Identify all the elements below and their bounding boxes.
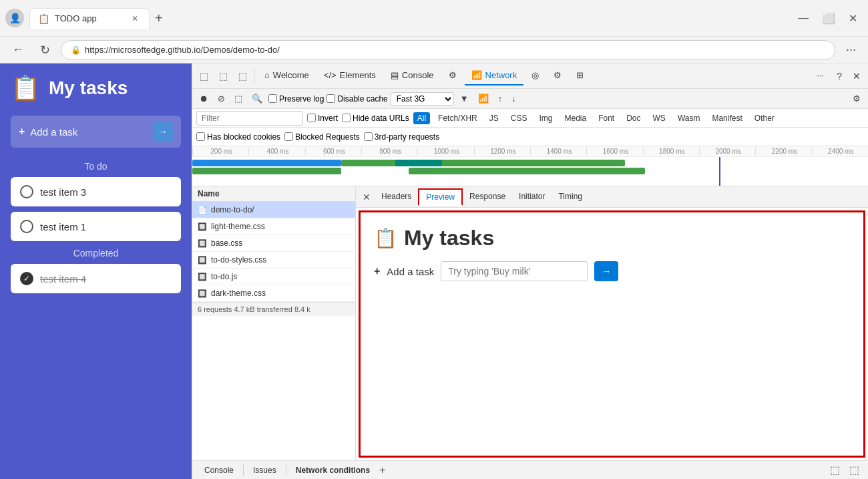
inspect-element-button[interactable]: ⬚ [195,68,213,84]
preview-task-input[interactable] [441,261,588,281]
add-task-arrow-button[interactable]: → [153,122,173,141]
invert-checkbox[interactable] [307,114,316,122]
dock-bottom-button[interactable]: ⬚ [827,462,843,478]
filter-type-doc[interactable]: Doc [622,112,644,124]
export-har-button[interactable]: ↓ [508,92,519,105]
filter-type-img[interactable]: Img [535,112,556,124]
network-settings-button[interactable]: ⚙ [849,92,864,105]
tab-welcome[interactable]: ⌂ Welcome [258,66,316,86]
blocked-requests-label[interactable]: Blocked Requests [284,132,360,142]
tab-network[interactable]: 📶 Network [465,66,524,86]
more-button[interactable]: ··· [841,40,861,59]
request-item-5[interactable]: 🔲 to-do.js [192,269,355,285]
network-sub-toolbar: ⏺ ⊘ ⬚ 🔍 Preserve log Disable cache Fast … [192,89,868,109]
filter-type-js[interactable]: JS [485,112,503,124]
request-item-1[interactable]: 📄 demo-to-do/ [192,202,355,218]
filter-type-wasm[interactable]: Wasm [674,112,704,124]
request-item-6[interactable]: 🔲 dark-theme.css [192,285,355,302]
url-box[interactable]: 🔒 https://microsoftedge.github.io/Demos/… [61,40,835,60]
tab-console[interactable]: ▤ Console [384,66,441,86]
filter-type-fetch-xhr[interactable]: Fetch/XHR [434,112,481,124]
blocked-cookies-label[interactable]: Has blocked cookies [196,132,280,142]
task-checkbox-2[interactable] [20,220,33,233]
preview-add-button[interactable]: → [594,261,618,281]
detail-tab-timing[interactable]: Timing [552,189,589,205]
todo-app-title: My tasks [49,77,128,99]
bottom-tab-console[interactable]: Console [198,464,240,477]
request-item-4[interactable]: 🔲 to-do-styles.css [192,252,355,269]
filter-input[interactable] [196,111,303,126]
status-right-controls: ⬚ ⬚ [827,462,863,478]
request-item-2[interactable]: 🔲 light-theme.css [192,218,355,235]
detail-tab-headers[interactable]: Headers [375,189,418,205]
devtools-extra-btn[interactable]: ⬚ [234,68,252,84]
timeline-bar-1 [192,160,341,166]
reload-button[interactable]: ↻ [35,40,55,60]
detail-tab-initiator[interactable]: Initiator [512,189,552,205]
devtools-close-button[interactable]: ✕ [848,68,865,84]
bottom-tab-issues[interactable]: Issues [246,464,283,477]
tab-close-button[interactable]: ✕ [129,13,141,25]
network-conditions-button[interactable]: 📶 [475,92,492,105]
detail-close-button[interactable]: ✕ [359,190,375,204]
restore-button[interactable]: ⬜ [817,9,841,27]
filter-type-ws[interactable]: WS [649,112,670,124]
hide-data-urls-checkbox[interactable] [342,114,351,122]
active-tab[interactable]: 📋 TODO app ✕ [29,8,150,29]
home-icon: ⌂ [264,70,270,80]
throttle-select[interactable]: Fast 3G Slow 3G No throttling [391,92,454,106]
task-checkbox-1[interactable] [20,185,33,198]
undock-button[interactable]: ⬚ [846,462,863,478]
preserve-log-checkbox[interactable] [268,94,277,103]
close-button[interactable]: ✕ [843,9,863,27]
disable-cache-checkbox[interactable] [327,94,335,103]
filter-type-all[interactable]: All [413,112,430,124]
task-item-2[interactable]: test item 1 [11,212,181,241]
bottom-tab-network-conditions[interactable]: Network conditions [289,464,377,477]
disable-cache-label[interactable]: Disable cache [327,94,387,104]
throttle-dropdown[interactable]: ▼ [457,92,472,105]
tab-settings[interactable]: ⚙ [547,66,568,86]
filter-type-css[interactable]: CSS [507,112,531,124]
third-party-checkbox[interactable] [364,132,373,141]
tab-elements[interactable]: </> Elements [317,66,383,86]
request-item-3[interactable]: 🔲 base.css [192,235,355,252]
detail-tab-preview[interactable]: Preview [418,188,463,206]
task-item-1[interactable]: test item 3 [11,177,181,206]
ruler-1800: 1800 ms [643,148,699,155]
filter-type-font[interactable]: Font [594,112,618,124]
add-task-row[interactable]: + Add a task → [11,116,181,148]
add-bottom-tab-button[interactable]: + [379,464,385,476]
detail-tab-response[interactable]: Response [463,189,512,205]
blocked-cookies-checkbox[interactable] [196,132,205,141]
clear-button[interactable]: ⊘ [214,92,228,105]
new-tab-button[interactable]: + [150,8,168,29]
tab-sources[interactable]: ⚙ [442,66,463,86]
hide-data-urls-label[interactable]: Hide data URLs [342,114,409,123]
import-har-button[interactable]: ↑ [495,92,506,105]
tab-performance[interactable]: ◎ [525,66,546,86]
device-emulation-button[interactable]: ⬚ [214,68,232,84]
third-party-label[interactable]: 3rd-party requests [364,132,439,142]
invert-filter-label[interactable]: Invert [307,114,338,123]
tab-overflow[interactable]: ··· [810,66,831,86]
task-checkbox-completed-1[interactable]: ✓ [20,272,33,285]
filter-type-other[interactable]: Other [750,112,779,124]
devtools-help-button[interactable]: ? [832,68,847,84]
filter-type-manifest[interactable]: Manifest [708,112,746,124]
minimize-button[interactable]: — [793,9,814,27]
task-text-1: test item 3 [40,186,86,198]
completed-section-label: Completed [11,248,181,259]
filter-toggle-button[interactable]: ⬚ [231,92,246,105]
preserve-log-label[interactable]: Preserve log [268,94,324,104]
ruler-400: 400 ms [248,148,304,155]
blocked-requests-checkbox[interactable] [284,132,293,141]
record-button[interactable]: ⏺ [196,92,212,105]
filter-type-media[interactable]: Media [560,112,590,124]
preview-todo-icon: 📋 [374,227,397,249]
search-network-button[interactable]: 🔍 [248,92,266,105]
tab-more-tools[interactable]: ⊞ [570,66,590,86]
ruler-2000: 2000 ms [699,148,755,155]
back-button[interactable]: ← [7,40,29,59]
task-item-completed-1[interactable]: ✓ test item 4 [11,264,181,293]
